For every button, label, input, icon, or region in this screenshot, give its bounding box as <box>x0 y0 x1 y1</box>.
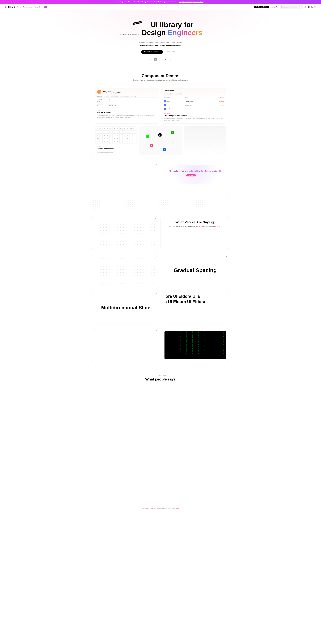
quote-role: DevT Maestro <box>197 174 204 176</box>
react-icon: ⚛ <box>149 58 151 60</box>
profile-tabs[interactable]: SummaryFinancesWork HistoryMedical Recor… <box>97 96 157 98</box>
chip-filter[interactable]: ⊕ Filter ① <box>175 93 182 95</box>
wps-demo: ↻ What People Are Saying Don't just take… <box>160 216 229 250</box>
multi-text: Multidirectional Slide <box>95 294 157 322</box>
github-icon[interactable]: ⚫ <box>308 6 310 8</box>
trusted-section: ↻ TRUSTED BY LEADING TEAMS <box>92 199 229 212</box>
glassdoor-icon: g <box>146 135 149 138</box>
footer-author-link[interactable]: Karthik Mudunuri <box>146 508 156 509</box>
source-card: g ▶ up ◉ W in SOURCEGet the furthest rea… <box>140 126 181 155</box>
search-input[interactable]: Search documentation... ⌘K <box>280 5 303 9</box>
intro-pill[interactable]: ✦ Introducing Eldora Web → <box>118 32 141 36</box>
hero: ✦ Introducing Eldora Web → open source U… <box>0 10 321 68</box>
reload-icon[interactable]: ↻ <box>226 86 227 88</box>
trusted-label: TRUSTED BY LEADING TEAMS <box>147 205 174 207</box>
quote-author: Shadi Jabouin <box>186 174 196 176</box>
search-placeholder: Search documentation... <box>281 6 297 8</box>
footer: Built by Karthik Mudunuri. The source co… <box>0 505 321 512</box>
announcement-banner[interactable]: Introducing Eldora UI 2.0 – 50+ blocks a… <box>0 0 321 4</box>
tailwind-icon: 〰 <box>159 58 162 60</box>
theme-icon[interactable]: ☀ <box>314 6 316 8</box>
limitless-card: LIMITLESSSell globallyRadiant helps you … <box>184 126 226 155</box>
reload-icon[interactable]: ↻ <box>156 164 158 166</box>
get-started-button[interactable]: Get Started → <box>164 50 180 54</box>
sparkle-icon: ✦ <box>120 33 122 36</box>
marquee-demo: ↻ lora UI Eldora UI El a UI Eldora UI El… <box>162 291 229 324</box>
banner-cta[interactable]: Support us by starring a star on GitHub <box>179 1 204 2</box>
reload-icon[interactable]: ↻ <box>226 255 227 257</box>
empty-demo-3: ↻ <box>92 328 159 362</box>
logo-text: Eldora UI <box>8 6 15 8</box>
linkedin-icon: in <box>163 148 166 151</box>
dribbble-icon: ◉ <box>150 144 153 147</box>
insight-card: Amy Lichty Head of Marketing Budget $45,… <box>95 88 159 124</box>
quote-text: "EldoraUI's components make building UIs… <box>167 170 223 172</box>
nav-components[interactable]: Components <box>23 6 32 8</box>
star-count: ⭐ 1,377 <box>270 6 278 8</box>
demos-subtitle: Here are some of the components that you… <box>92 79 229 81</box>
matrix-demo: ↻ 010110101011010101 101101010110101010 … <box>162 328 229 362</box>
marquee-text: lora UI Eldora UI El a UI Eldora UI Eldo… <box>164 294 226 304</box>
reload-icon[interactable]: ↻ <box>156 293 158 294</box>
cursor-icon: ▶ <box>158 134 162 136</box>
wps-title: What People Are Saying <box>164 220 225 224</box>
reload-icon[interactable]: ↻ <box>156 255 158 257</box>
analysis-title: Undercut your competitors <box>164 115 224 117</box>
banner-text: Introducing Eldora UI 2.0 – 50+ blocks a… <box>116 1 176 2</box>
matrix-visual: 010110101011010101 101101010110101010 01… <box>164 331 226 359</box>
avatar <box>97 90 101 94</box>
tech-icons: ⚛ TS 〰 ▶ ⁄⁄ <box>2 58 319 60</box>
gradual-spacing-demo: ↻ Gradual Spacing <box>162 254 229 287</box>
analysis-card: Competitors All competitors ⊕ Filter ① C… <box>162 88 226 124</box>
globe-visual <box>184 126 226 155</box>
wikipedia-icon: W <box>172 142 175 145</box>
shadcn-icon: ⁄⁄ <box>170 58 172 60</box>
testimonials-section: TESTIMONIALS What people says <box>0 367 321 389</box>
reload-icon[interactable]: ↻ <box>226 293 227 294</box>
browse-components-button[interactable]: Browse Components → <box>141 50 163 54</box>
github-star-button[interactable]: ⚡ Star on GitHub <box>254 6 269 8</box>
profile-name: Amy Lichty <box>103 90 121 92</box>
gradual-text: Gradual Spacing <box>164 256 226 284</box>
discord-icon[interactable]: ◉ <box>305 6 306 8</box>
reload-icon[interactable]: ↻ <box>226 218 227 220</box>
hero-subtitle: 50+ free and open-source animated compon… <box>2 41 319 47</box>
reload-icon[interactable]: ↻ <box>155 218 156 220</box>
table-row: Bravely HillContact Made13 days <box>164 103 224 107</box>
testimonial-demo: ↻ "EldoraUI's components make building U… <box>162 162 229 196</box>
chip-all[interactable]: All competitors <box>164 93 174 95</box>
keyboard-visual: escF1F2F3F4F5F6F7F8F9F10F11 ~1234567890-… <box>95 126 137 144</box>
empty-demo-2: ↻ <box>92 216 158 250</box>
reload-icon[interactable]: ↻ <box>226 201 227 203</box>
table-row: Lead RangerCustomer NeedsTomorrow <box>164 107 224 111</box>
logo-icon <box>5 6 8 8</box>
typescript-icon: TS <box>154 58 157 60</box>
table-row: AdCityProposal MadeTomorrow <box>164 99 224 103</box>
new-badge: New <box>44 6 47 8</box>
nav-templates[interactable]: Templates <box>34 6 41 8</box>
multidirectional-demo: ↻ Multidirectional Slide <box>92 291 159 324</box>
reload-icon[interactable]: ↻ <box>156 330 158 332</box>
empty-demo: ↻ <box>92 162 159 196</box>
reload-icon[interactable]: ↻ <box>226 164 227 166</box>
testimonials-title: What people says <box>2 377 319 382</box>
logo[interactable]: Eldora UI <box>5 6 15 8</box>
footer-github-link[interactable]: GitHub <box>175 508 179 509</box>
bento-demo: ↻ Amy Lichty Head of Marketing Budget $4… <box>92 85 229 158</box>
search-kbd: ⌘K <box>298 6 301 8</box>
logo-map: g ▶ up ◉ W in <box>140 126 181 155</box>
nav-docs[interactable]: Docs <box>17 6 21 8</box>
open-source-badge: open source <box>133 21 142 25</box>
speed-card: escF1F2F3F4F5F6F7F8F9F10F11 ~1234567890-… <box>95 126 137 155</box>
hero-title: open source UI library for Design Engine… <box>142 20 203 36</box>
nav-links: Docs Components Templates New <box>17 6 47 8</box>
testimonials-eyebrow: TESTIMONIALS <box>2 375 319 376</box>
framer-icon: ▶ <box>164 58 167 60</box>
insight-title: Get perfect clarity <box>97 112 157 114</box>
demos-title: Component Demos <box>92 74 229 78</box>
dotted-demo: ↻ <box>92 254 159 287</box>
upwork-icon: up <box>171 130 174 134</box>
x-icon[interactable]: 𝕏 <box>311 6 313 8</box>
navbar: Eldora UI Docs Components Templates New … <box>0 4 321 10</box>
